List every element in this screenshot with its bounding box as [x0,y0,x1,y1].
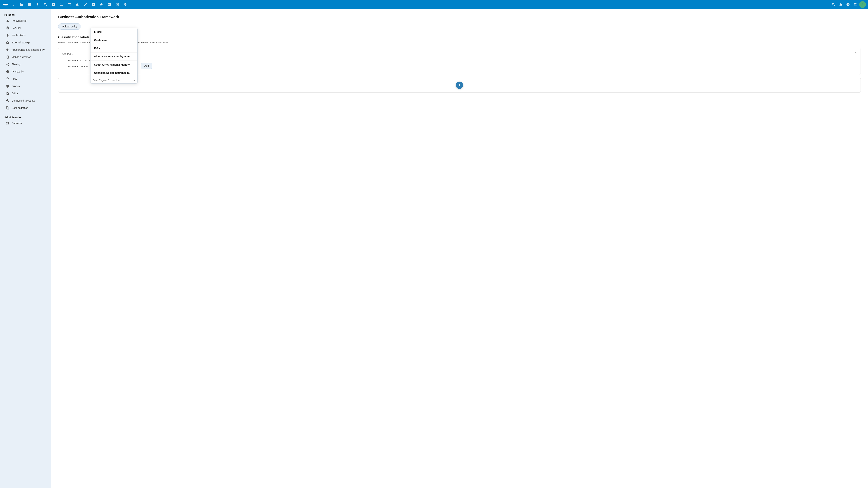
sidebar-item-label: Notifications [12,34,26,37]
office-icon [6,92,9,95]
data-migration-icon [6,106,9,110]
notifications-bell-icon[interactable] [837,1,844,8]
notifications-icon [6,33,9,37]
sidebar-item-privacy[interactable]: Privacy [1,83,50,90]
dropdown-menu: E-Mail Credit card IBAN Nigeria National… [90,28,137,84]
sidebar-item-mobile[interactable]: Mobile & desktop [1,54,50,61]
search-right-icon[interactable] [830,1,837,8]
appearance-icon [6,48,9,52]
overview-icon [6,121,9,125]
connected-accounts-icon [6,99,9,102]
sidebar-item-label: Office [12,92,18,95]
availability-icon [6,70,9,73]
classification-section-title: Classification labels [58,35,861,39]
page-title: Business Authorization Framework [58,15,861,19]
table-icon[interactable] [114,1,121,8]
sidebar-item-appearance[interactable]: Appearance and accessibility [1,46,50,54]
search-icon[interactable] [42,1,49,8]
mobile-icon [6,55,9,59]
starred-icon[interactable] [98,1,105,8]
sidebar-item-label: Personal info [12,19,27,22]
apps-grid-icon[interactable] [852,1,859,8]
sidebar-item-label: Sharing [12,63,20,66]
main-content: Business Authorization Framework Upload … [51,9,868,488]
calendar-icon[interactable] [66,1,73,8]
sidebar-item-label: Privacy [12,85,20,88]
sidebar-item-label: External storage [12,41,30,44]
sidebar-item-label: Availability [12,70,24,73]
sidebar-item-notifications[interactable]: Notifications [1,32,50,39]
admin-section-title: Administration [0,115,51,120]
regex-input[interactable] [93,79,131,82]
add-button[interactable]: Add [141,63,152,69]
files-icon[interactable] [18,1,25,8]
add-circle-button[interactable]: + [456,82,463,89]
dropdown-item-nigeria[interactable]: Nigeria National Identity Num [91,53,137,61]
plus-icon: + [458,83,461,88]
sharing-icon [6,63,9,66]
navbar: ⌂ [0,0,868,9]
chevron-up-icon[interactable]: ∧ [133,78,135,82]
dropdown-item-credit-card[interactable]: Credit card [91,36,137,44]
dropdown-input-row: ∧ [91,77,137,84]
maps-icon[interactable] [122,1,129,8]
sidebar-item-office[interactable]: Office [1,90,50,97]
activity-icon[interactable] [34,1,41,8]
condition-row-2: ... if document contains E-Mail Credit c… [62,64,857,69]
dropdown-item-canadian[interactable]: Canadian Social insurance nu [91,69,137,77]
dropdown-item-email[interactable]: E-Mail [91,28,137,36]
svg-point-3 [6,4,8,5]
sidebar-item-label: Flow [12,77,17,80]
sidebar-item-sharing[interactable]: Sharing [1,61,50,68]
sidebar: Personal Personal info Security Notifica… [0,9,51,488]
condition-row-1: ... if document has TSCP policy category… [62,59,857,62]
user-status-icon[interactable] [845,1,851,8]
external-storage-icon [6,41,9,44]
upload-policy-button[interactable]: Upload policy [58,24,81,30]
classification-card: × ... if document has TSCP policy catego… [58,48,861,75]
dropdown-container: E-Mail Credit card IBAN Nigeria National… [90,64,152,69]
security-icon [6,26,9,30]
nextcloud-logo[interactable] [2,1,9,8]
deck-icon[interactable] [90,1,97,8]
personal-info-icon [6,19,9,23]
dropdown-item-iban[interactable]: IBAN [91,44,137,53]
sidebar-item-availability[interactable]: Availability [1,68,50,75]
personal-section-title: Personal [0,12,51,17]
sidebar-item-personal-info[interactable]: Personal info [1,17,50,24]
add-tag-input[interactable] [62,52,857,56]
sidebar-item-external-storage[interactable]: External storage [1,39,50,46]
sidebar-item-label: Appearance and accessibility [12,48,44,51]
sidebar-item-security[interactable]: Security [1,24,50,32]
mail-icon[interactable] [50,1,57,8]
sidebar-item-label: Mobile & desktop [12,56,31,59]
charts-icon[interactable] [74,1,81,8]
sidebar-item-label: Connected accounts [12,99,35,102]
add-new-card: + [58,78,861,93]
notes-icon[interactable] [82,1,89,8]
sidebar-item-label: Overview [12,122,22,125]
sidebar-item-overview[interactable]: Overview [1,120,50,127]
sidebar-item-label: Security [12,27,21,29]
condition-text-2: ... if document contains [62,65,88,68]
photos-icon[interactable] [26,1,33,8]
navbar-right: A [830,1,866,8]
flow-icon [6,77,9,81]
classification-description: Define classification labels that apply … [58,41,861,44]
dropdown-items-list: E-Mail Credit card IBAN Nigeria National… [91,28,137,77]
user-avatar[interactable]: A [859,1,866,8]
privacy-icon [6,84,9,88]
dropdown-item-south-africa[interactable]: South Africa National Identity [91,61,137,69]
sidebar-item-flow[interactable]: Flow [1,75,50,83]
contacts-icon[interactable] [58,1,65,8]
tasks-icon[interactable] [106,1,113,8]
sidebar-item-label: Data migration [12,106,28,109]
sidebar-item-connected-accounts[interactable]: Connected accounts [1,97,50,104]
home-icon[interactable]: ⌂ [10,1,17,8]
sidebar-item-data-migration[interactable]: Data migration [1,104,50,111]
close-button[interactable]: × [853,50,858,56]
